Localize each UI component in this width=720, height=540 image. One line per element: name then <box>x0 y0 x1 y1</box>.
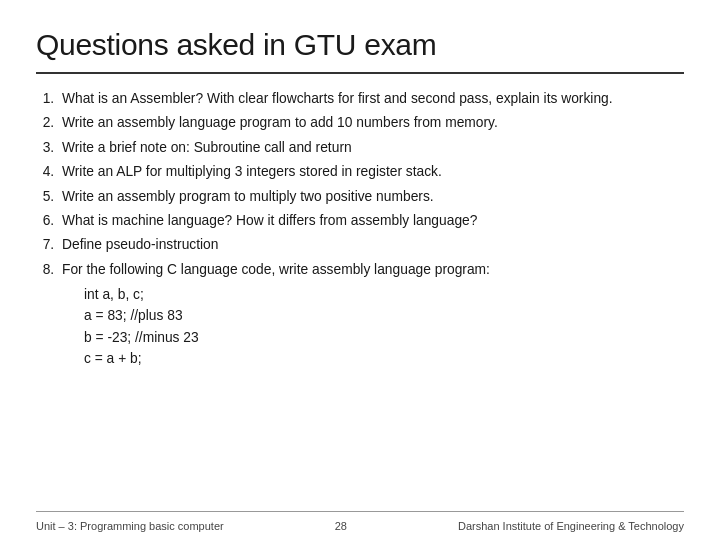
slide-title: Questions asked in GTU exam <box>36 28 684 62</box>
footer-left: Unit – 3: Programming basic computer <box>36 520 224 532</box>
list-item: Write an assembly language program to ad… <box>58 112 684 133</box>
list-item: What is an Assembler? With clear flowcha… <box>58 88 684 109</box>
content-area: What is an Assembler? With clear flowcha… <box>36 88 684 511</box>
list-item: Write an assembly program to multiply tw… <box>58 186 684 207</box>
slide-container: Questions asked in GTU exam What is an A… <box>0 0 720 540</box>
footer-right: Darshan Institute of Engineering & Techn… <box>458 520 684 532</box>
code-line-2: a = 83; //plus 83 <box>84 305 684 326</box>
list-item: For the following C language code, write… <box>58 259 684 280</box>
code-line-4: c = a + b; <box>84 348 684 369</box>
code-block: int a, b, c; a = 83; //plus 83 b = -23; … <box>84 284 684 370</box>
footer-page-number: 28 <box>335 520 347 532</box>
list-item: What is machine language? How it differs… <box>58 210 684 231</box>
question-list: What is an Assembler? With clear flowcha… <box>36 88 684 280</box>
code-line-1: int a, b, c; <box>84 284 684 305</box>
list-item: Define pseudo-instruction <box>58 234 684 255</box>
title-divider <box>36 72 684 74</box>
list-item: Write a brief note on: Subroutine call a… <box>58 137 684 158</box>
code-line-3: b = -23; //minus 23 <box>84 327 684 348</box>
footer: Unit – 3: Programming basic computer 28 … <box>36 511 684 540</box>
list-item: Write an ALP for multiplying 3 integers … <box>58 161 684 182</box>
